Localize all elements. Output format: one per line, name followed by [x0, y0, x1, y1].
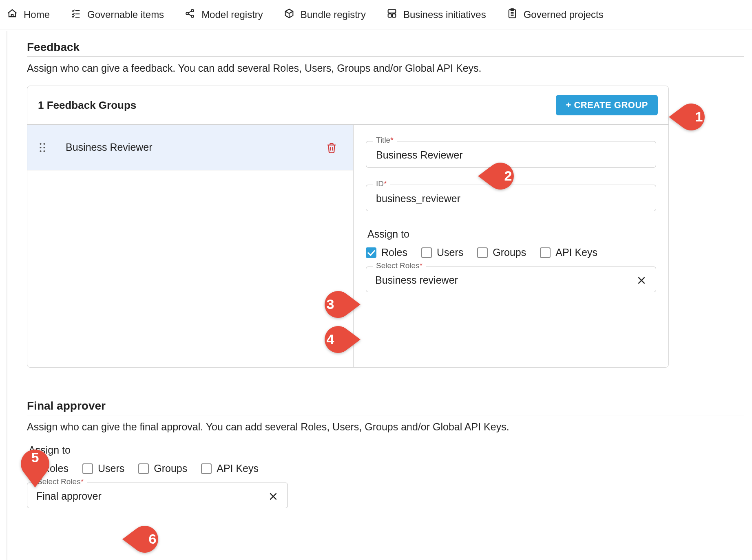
svg-rect-3 [388, 9, 396, 13]
svg-point-13 [43, 150, 45, 152]
checkbox-roles[interactable]: Roles [366, 247, 407, 258]
checkbox-apikeys-label: API Keys [555, 247, 597, 258]
group-detail-form: Title* ID* Assign to Roles [354, 125, 668, 367]
top-nav: Home Governable items Model registry Bun… [0, 0, 752, 29]
checkbox-icon [421, 247, 432, 258]
group-row[interactable]: Business Reviewer [27, 125, 353, 170]
groups-list: Business Reviewer [27, 125, 354, 367]
assign-to-checkboxes: Roles Users Groups [366, 247, 656, 258]
home-icon [7, 8, 18, 22]
feedback-panel-header: 1 Feedback Groups + CREATE GROUP [27, 86, 668, 124]
nav-bundle-registry[interactable]: Bundle registry [283, 8, 366, 22]
nav-governable-items[interactable]: Governable items [70, 8, 164, 22]
final-approver-desc: Assign who can give the final approval. … [27, 421, 744, 433]
checkbox-users-label: Users [437, 247, 463, 258]
checkbox-icon [477, 247, 488, 258]
checkbox-icon [82, 463, 93, 474]
svg-point-12 [40, 150, 41, 152]
checkbox-apikeys-label: API Keys [217, 463, 259, 474]
final-assign-to-checkboxes: Roles Users Groups API Keys [27, 463, 744, 474]
layout-icon [386, 8, 398, 22]
nav-governable-label: Governable items [87, 9, 164, 20]
clear-icon[interactable] [636, 275, 647, 286]
checkbox-groups[interactable]: Groups [138, 463, 187, 474]
clipboard-list-icon [506, 8, 518, 22]
checkbox-api-keys[interactable]: API Keys [540, 247, 597, 258]
assign-to-label: Assign to [367, 228, 656, 240]
group-row-name: Business Reviewer [66, 141, 153, 153]
title-field: Title* [366, 141, 656, 168]
create-group-button[interactable]: + CREATE GROUP [556, 95, 658, 115]
select-roles-label: Select Roles* [34, 477, 87, 486]
checkbox-icon [540, 247, 551, 258]
id-field-label: ID* [373, 179, 390, 188]
select-roles-value: Business reviewer [375, 274, 458, 286]
nav-home[interactable]: Home [7, 8, 50, 22]
clear-icon[interactable] [268, 491, 279, 502]
delete-group-icon[interactable] [325, 141, 338, 154]
feedback-groups-count-title: 1 Feedback Groups [38, 99, 136, 112]
svg-rect-4 [388, 14, 391, 17]
id-field: ID* [366, 185, 656, 211]
content-area: Feedback Assign who can give a feedback.… [7, 31, 752, 560]
checkbox-groups[interactable]: Groups [477, 247, 526, 258]
nav-model-registry-label: Model registry [201, 9, 263, 20]
checkbox-roles-label: Roles [42, 463, 69, 474]
checkbox-users-label: Users [98, 463, 124, 474]
feedback-panel: 1 Feedback Groups + CREATE GROUP Busines… [27, 86, 669, 368]
nav-business-initiatives-label: Business initiatives [403, 9, 486, 20]
id-input[interactable] [375, 192, 647, 205]
checkbox-icon [27, 463, 38, 474]
select-roles-value: Final approver [36, 490, 102, 502]
share-nodes-icon [184, 8, 196, 22]
svg-point-8 [40, 143, 41, 144]
checkbox-roles-label: Roles [381, 247, 407, 258]
checkbox-groups-label: Groups [493, 247, 526, 258]
svg-rect-5 [392, 14, 396, 17]
divider [27, 56, 744, 57]
nav-bundle-registry-label: Bundle registry [301, 9, 366, 20]
feedback-section-title: Feedback [27, 41, 744, 54]
checkbox-users[interactable]: Users [82, 463, 124, 474]
checkbox-roles[interactable]: Roles [27, 463, 69, 474]
nav-model-registry[interactable]: Model registry [184, 8, 263, 22]
final-approver-title: Final approver [27, 399, 744, 412]
nav-home-label: Home [24, 9, 50, 20]
assign-to-label: Assign to [29, 444, 744, 456]
svg-point-11 [43, 146, 45, 148]
divider [27, 415, 744, 415]
title-input[interactable] [375, 149, 647, 161]
checkbox-api-keys[interactable]: API Keys [201, 463, 259, 474]
select-roles-label: Select Roles* [373, 261, 426, 270]
nav-governed-projects[interactable]: Governed projects [506, 8, 604, 22]
final-select-roles-field[interactable]: Select Roles* Final approver [27, 483, 288, 508]
checkbox-icon [201, 463, 212, 474]
title-field-label: Title* [373, 136, 397, 145]
nav-governed-projects-label: Governed projects [524, 9, 604, 20]
feedback-section-desc: Assign who can give a feedback. You can … [27, 62, 744, 74]
checklist-icon [70, 8, 82, 22]
svg-point-9 [43, 143, 45, 144]
checkbox-icon [366, 247, 376, 258]
checkbox-users[interactable]: Users [421, 247, 463, 258]
nav-business-initiatives[interactable]: Business initiatives [386, 8, 486, 22]
checkbox-icon [138, 463, 149, 474]
svg-point-10 [40, 146, 41, 148]
drag-handle-icon[interactable] [38, 141, 47, 154]
cube-icon [283, 8, 295, 22]
select-roles-field[interactable]: Select Roles* Business reviewer [366, 267, 656, 292]
checkbox-groups-label: Groups [154, 463, 187, 474]
